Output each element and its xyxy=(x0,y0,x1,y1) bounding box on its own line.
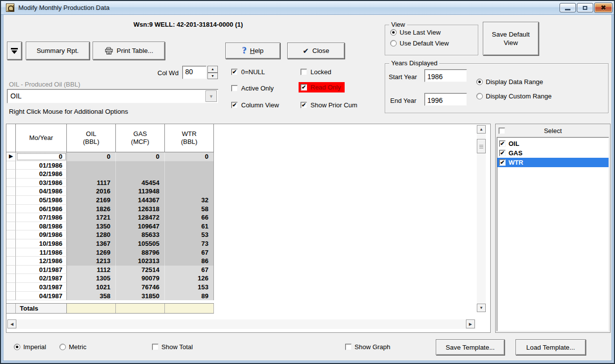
cell-oil[interactable]: 1305 xyxy=(67,274,116,283)
table-row[interactable]: 01/198711127251467 xyxy=(6,266,214,274)
product-combo[interactable]: OIL ▼ xyxy=(7,89,218,103)
cell-moyear[interactable]: 11/1986 xyxy=(16,248,67,257)
cell-gas[interactable]: 0 xyxy=(116,152,165,161)
cell-oil[interactable]: 1826 xyxy=(67,205,116,214)
cell-oil[interactable]: 1021 xyxy=(67,283,116,292)
horizontal-scrollbar[interactable]: ◀ ▶ xyxy=(7,319,476,329)
header-moyear[interactable]: Mo/Year xyxy=(16,124,67,152)
cell-gas[interactable]: 128472 xyxy=(116,213,165,222)
table-row[interactable]: 12/1986121310231386 xyxy=(6,257,214,266)
cell-moyear[interactable]: 03/1986 xyxy=(16,179,67,187)
scroll-left-button[interactable]: ◀ xyxy=(7,319,16,328)
cell-gas[interactable]: 113948 xyxy=(116,187,165,196)
cell-wtr[interactable] xyxy=(165,187,214,196)
cell-moyear[interactable]: 02/1987 xyxy=(16,274,67,283)
cell-oil[interactable]: 1721 xyxy=(67,213,116,222)
cell-oil[interactable]: 1112 xyxy=(67,266,116,274)
row-selector[interactable] xyxy=(6,187,16,196)
cell-moyear[interactable]: 0 xyxy=(16,152,67,161)
table-row[interactable]: 03/1986111745454 xyxy=(6,179,214,187)
checkbox-show-total[interactable]: Show Total xyxy=(152,343,193,351)
cell-moyear[interactable]: 09/1986 xyxy=(16,230,67,239)
combo-dropdown-button[interactable]: ▼ xyxy=(205,91,217,102)
cell-gas[interactable]: 45454 xyxy=(116,179,165,187)
cell-moyear[interactable]: 06/1986 xyxy=(16,205,67,214)
radio-imperial[interactable]: Imperial xyxy=(14,343,46,351)
cell-oil[interactable] xyxy=(67,161,116,170)
cell-wtr[interactable]: 58 xyxy=(165,205,214,214)
scroll-right-button[interactable]: ▶ xyxy=(466,319,475,328)
table-row[interactable]: 08/1986135010964761 xyxy=(6,222,214,231)
checkbox-read-only[interactable]: Read Only xyxy=(299,82,345,92)
row-selector[interactable] xyxy=(6,222,16,231)
checkbox-icon[interactable] xyxy=(499,159,506,166)
scroll-up-button[interactable]: ▲ xyxy=(477,125,486,134)
table-row[interactable]: 04/19873583185089 xyxy=(6,292,214,301)
cell-wtr[interactable]: 66 xyxy=(165,213,214,222)
row-selector[interactable] xyxy=(6,205,16,214)
cell-gas[interactable]: 76746 xyxy=(116,283,165,292)
table-row[interactable]: 11/198612698879667 xyxy=(6,248,214,257)
cell-wtr[interactable]: 86 xyxy=(165,257,214,266)
start-year-input[interactable] xyxy=(424,69,467,82)
row-selector[interactable] xyxy=(6,239,16,248)
spinner-up-button[interactable]: ▲ xyxy=(207,66,218,73)
cell-gas[interactable] xyxy=(116,170,165,179)
cell-moyear[interactable]: 01/1986 xyxy=(16,161,67,170)
cell-gas[interactable]: 90079 xyxy=(116,274,165,283)
cell-gas[interactable]: 72514 xyxy=(116,266,165,274)
table-row[interactable]: 10/1986136710550573 xyxy=(6,239,214,248)
header-oil[interactable]: OIL(BBL) xyxy=(67,124,116,152)
cell-moyear[interactable]: 05/1986 xyxy=(16,196,67,205)
cell-wtr[interactable]: 153 xyxy=(165,283,214,292)
save-default-view-button[interactable]: Save Default View xyxy=(483,22,539,55)
cell-wtr[interactable]: 73 xyxy=(165,239,214,248)
cell-moyear[interactable]: 07/1986 xyxy=(16,213,67,222)
options-dropdown-button[interactable] xyxy=(7,42,22,60)
table-row[interactable]: 04/19862016113948 xyxy=(6,187,214,196)
cell-gas[interactable]: 88796 xyxy=(116,248,165,257)
cell-oil[interactable]: 2016 xyxy=(67,187,116,196)
cell-wtr[interactable]: 89 xyxy=(165,292,214,301)
cell-wtr[interactable] xyxy=(165,179,214,187)
save-template-button[interactable]: Save Template... xyxy=(436,339,505,355)
end-year-input[interactable] xyxy=(424,93,467,106)
row-selector[interactable] xyxy=(6,248,16,257)
cell-wtr[interactable]: 32 xyxy=(165,196,214,205)
spinner-down-button[interactable]: ▼ xyxy=(207,73,218,80)
cell-gas[interactable]: 109647 xyxy=(116,222,165,231)
cell-oil[interactable]: 1213 xyxy=(67,257,116,266)
checkbox-active-only[interactable]: Active Only xyxy=(231,85,274,92)
cell-oil[interactable]: 1280 xyxy=(67,230,116,239)
minimize-button[interactable] xyxy=(560,3,576,12)
table-row[interactable]: 03/1987102176746153 xyxy=(6,283,214,292)
close-button[interactable]: ✔ Close xyxy=(287,43,345,59)
cell-oil[interactable]: 1350 xyxy=(67,222,116,231)
cell-oil[interactable]: 1269 xyxy=(67,248,116,257)
cell-wtr[interactable] xyxy=(165,170,214,179)
header-gas[interactable]: GAS(MCF) xyxy=(116,124,165,152)
table-row[interactable]: 01/1986 xyxy=(6,161,214,170)
checkbox-icon[interactable] xyxy=(499,150,506,156)
cell-gas[interactable]: 144367 xyxy=(116,196,165,205)
row-selector[interactable] xyxy=(6,266,16,274)
load-template-button[interactable]: Load Template... xyxy=(515,339,586,355)
row-selector[interactable] xyxy=(6,274,16,283)
cell-gas[interactable]: 102313 xyxy=(116,257,165,266)
checkbox-locked[interactable]: Locked xyxy=(301,68,331,76)
help-button[interactable]: ? Help xyxy=(225,43,280,59)
cell-gas[interactable]: 105505 xyxy=(116,239,165,248)
checkbox-icon[interactable] xyxy=(499,140,506,147)
cell-gas[interactable] xyxy=(116,161,165,170)
row-selector[interactable] xyxy=(6,257,16,266)
col-wd-input[interactable]: 80 xyxy=(182,66,206,79)
row-selector[interactable] xyxy=(6,179,16,187)
table-row[interactable]: 02/1987130590079126 xyxy=(6,274,214,283)
summary-report-button[interactable]: Summary Rpt. xyxy=(26,42,90,60)
table-row[interactable]: 09/198612808563353 xyxy=(6,230,214,239)
radio-display-custom-range[interactable]: Display Custom Range xyxy=(476,92,552,100)
row-selector[interactable] xyxy=(6,196,16,205)
cell-oil[interactable] xyxy=(67,170,116,179)
table-row[interactable]: 02/1986 xyxy=(6,170,214,179)
row-selector[interactable] xyxy=(6,170,16,179)
